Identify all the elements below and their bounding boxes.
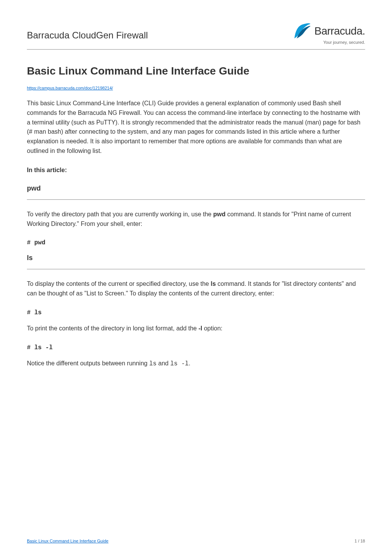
ls-description-2: To print the contents of the directory i… (27, 324, 365, 333)
ls-command-1: # ls (27, 309, 365, 316)
text-segment: To display the contents of the current o… (27, 280, 211, 287)
logo-container: Barracuda. Your journey, secured. (294, 23, 365, 45)
text-segment: option: (202, 325, 222, 332)
intro-paragraph: This basic Linux Command-Line Interface … (27, 99, 365, 156)
text-segment: To print the contents of the directory i… (27, 325, 198, 332)
bold-command-name: pwd (213, 211, 226, 217)
doc-source-link[interactable]: https://campus.barracuda.com/doc/1219821… (27, 86, 113, 90)
ls-description-1: To display the contents of the current o… (27, 279, 365, 299)
section-divider (27, 199, 365, 200)
brand-logo: Barracuda. (294, 23, 365, 39)
barracuda-wave-icon (294, 23, 311, 39)
bold-command-name: ls (211, 280, 216, 287)
ls-command-2: # ls -l (27, 344, 365, 351)
footer-doc-link[interactable]: Basic Linux Command Line Interface Guide (27, 539, 108, 543)
section-heading-ls: ls (27, 254, 365, 262)
pwd-description: To verify the directory path that you ar… (27, 210, 365, 229)
page-footer: Basic Linux Command Line Interface Guide… (27, 539, 365, 543)
text-segment: . (189, 360, 190, 367)
text-segment: To verify the directory path that you ar… (27, 211, 213, 217)
section-divider (27, 269, 365, 269)
brand-tagline: Your journey, secured. (323, 40, 365, 45)
text-segment: Notice the different outputs between run… (27, 360, 149, 367)
text-segment: and (156, 360, 170, 367)
in-this-article-label: In this article: (27, 167, 365, 174)
brand-name: Barracuda. (314, 25, 365, 37)
ls-description-3: Notice the different outputs between run… (27, 359, 365, 369)
product-name: Barracuda CloudGen Firewall (27, 23, 148, 41)
bold-option-flag: -l (198, 325, 202, 332)
inline-code: ls (149, 360, 156, 367)
inline-code: ls -l (170, 360, 189, 367)
section-heading-pwd: pwd (27, 184, 365, 192)
page-header: Barracuda CloudGen Firewall Barracuda. Y… (27, 23, 365, 50)
page-title: Basic Linux Command Line Interface Guide (27, 65, 365, 77)
pwd-command: # pwd (27, 239, 365, 246)
page-number: 1 / 18 (354, 539, 365, 543)
